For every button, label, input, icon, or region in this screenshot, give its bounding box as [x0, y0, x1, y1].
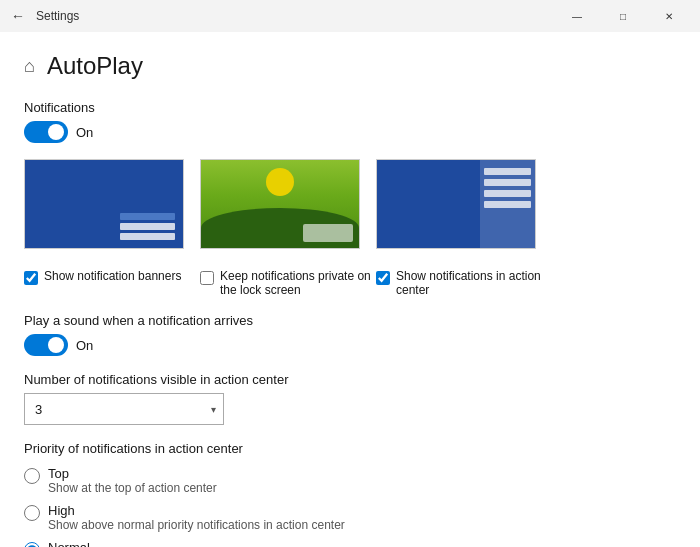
sound-toggle[interactable] [24, 334, 68, 356]
radio-normal-item: Normal Show below high priority notifica… [24, 540, 676, 547]
checkbox-banners-item: Show notification banners [24, 269, 200, 297]
radio-normal[interactable] [24, 542, 40, 547]
dropdown-label: Number of notifications visible in actio… [24, 372, 676, 387]
sound-label: Play a sound when a notification arrives [24, 313, 676, 328]
checkbox-banners[interactable] [24, 271, 38, 285]
checkbox-lock[interactable] [200, 271, 214, 285]
notif-bar-3 [120, 233, 175, 240]
preview-lock-item [200, 159, 360, 257]
notifications-toggle-row: On [24, 121, 676, 143]
radio-normal-label: Normal [48, 540, 329, 547]
home-icon[interactable]: ⌂ [24, 56, 35, 77]
radio-normal-text: Normal Show below high priority notifica… [48, 540, 329, 547]
radio-high-label: High [48, 503, 345, 518]
preview-action-image [376, 159, 536, 249]
minimize-button[interactable]: — [554, 0, 600, 32]
notif-small [303, 224, 353, 242]
titlebar-title: Settings [36, 9, 79, 23]
notifications-label: Notifications [24, 100, 676, 115]
notifications-count-select[interactable]: 1 3 5 10 20 [24, 393, 224, 425]
checkbox-lock-item: Keep notifications private on the lock s… [200, 269, 376, 297]
preview-banners-item [24, 159, 184, 257]
preview-banners-image [24, 159, 184, 249]
panel-line-2 [484, 179, 531, 186]
preview-action-item [376, 159, 536, 257]
main-content: ⌂ AutoPlay Notifications On [0, 32, 700, 547]
notif-bar-2 [120, 223, 175, 230]
sound-toggle-row: On [24, 334, 676, 356]
radio-high-item: High Show above normal priority notifica… [24, 503, 676, 532]
radio-top-sub: Show at the top of action center [48, 481, 217, 495]
panel-line-1 [484, 168, 531, 175]
radio-high-sub: Show above normal priority notifications… [48, 518, 345, 532]
panel-line-3 [484, 190, 531, 197]
checkboxes-row: Show notification banners Keep notificat… [24, 269, 676, 297]
side-panel [480, 160, 535, 248]
page-title: AutoPlay [47, 52, 143, 80]
radio-top-label: Top [48, 466, 217, 481]
notifications-toggle[interactable] [24, 121, 68, 143]
sun-decoration [266, 168, 294, 196]
radio-high[interactable] [24, 505, 40, 521]
priority-section-label: Priority of notifications in action cent… [24, 441, 676, 456]
titlebar: ← Settings — □ ✕ [0, 0, 700, 32]
maximize-button[interactable]: □ [600, 0, 646, 32]
radio-top-text: Top Show at the top of action center [48, 466, 217, 495]
checkbox-action-label: Show notifications in action center [396, 269, 552, 297]
back-button[interactable]: ← [8, 6, 28, 26]
titlebar-left: ← Settings [8, 6, 79, 26]
notif-bar-1 [120, 213, 175, 220]
dropdown-row: Number of notifications visible in actio… [24, 372, 676, 425]
radio-top[interactable] [24, 468, 40, 484]
page-header: ⌂ AutoPlay [24, 52, 676, 80]
preview-lock-image [200, 159, 360, 249]
radio-top-item: Top Show at the top of action center [24, 466, 676, 495]
dropdown-wrapper: 1 3 5 10 20 ▾ [24, 393, 224, 425]
checkbox-lock-label: Keep notifications private on the lock s… [220, 269, 376, 297]
close-button[interactable]: ✕ [646, 0, 692, 32]
notifications-toggle-label: On [76, 125, 93, 140]
radio-high-text: High Show above normal priority notifica… [48, 503, 345, 532]
checkbox-banners-label: Show notification banners [44, 269, 181, 283]
sound-toggle-label: On [76, 338, 93, 353]
previews-row [24, 159, 676, 257]
titlebar-controls: — □ ✕ [554, 0, 692, 32]
panel-line-4 [484, 201, 531, 208]
checkbox-action[interactable] [376, 271, 390, 285]
checkbox-action-item: Show notifications in action center [376, 269, 552, 297]
notif-bars [120, 213, 175, 240]
